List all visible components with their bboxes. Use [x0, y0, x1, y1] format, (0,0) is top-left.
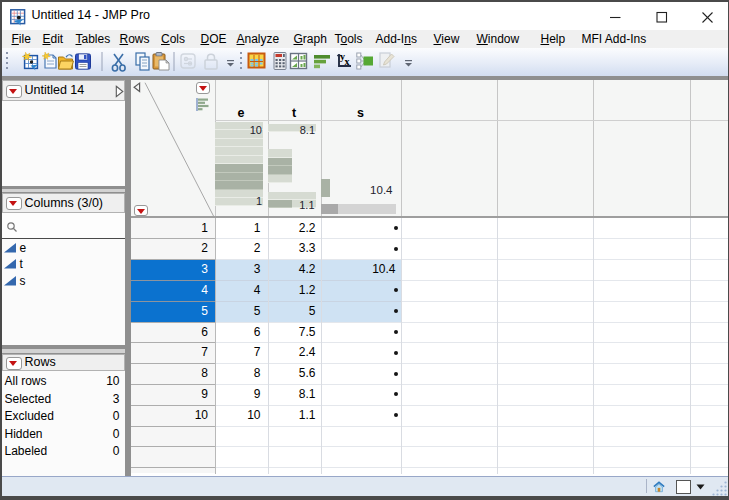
- svg-text:x: x: [344, 56, 349, 67]
